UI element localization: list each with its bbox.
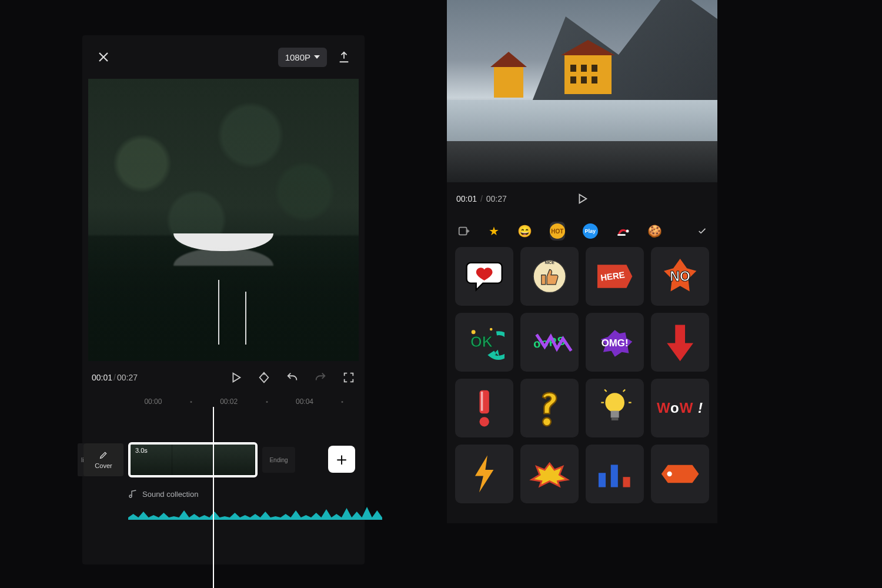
boat-mast [245,292,246,345]
time-current: 00:01 [92,373,112,382]
play-badge-icon[interactable]: Play [583,222,598,240]
svg-rect-18 [599,473,606,487]
clip-duration: 3.0s [135,447,148,454]
sticker-lightning[interactable] [455,445,513,503]
play-icon[interactable] [576,192,589,205]
svg-point-12 [479,417,489,426]
time-total: 00:27 [117,373,138,382]
confirm-check-icon[interactable] [697,223,707,239]
music-note-icon [128,489,138,499]
water-graphic [447,100,717,147]
svg-text:NO: NO [670,269,690,284]
add-clip-button[interactable]: ＋ [328,446,355,473]
timeline[interactable]: lip Cover 3.0s Ending ＋ Sound collection [88,419,359,564]
pencil-icon [99,450,108,460]
hot-icon[interactable]: HOT [550,222,565,240]
boat-mast [218,280,219,345]
sticker-lightbulb[interactable] [586,379,644,437]
sticker-category-row: ★ 😄 HOT Play 🍪 [447,215,717,247]
resolution-button[interactable]: 1080P [278,48,327,67]
timeline-ruler[interactable]: 00:00 00:02 00:04 [88,397,359,413]
time-current: 00:01 [456,194,477,203]
shore-graphic [447,141,717,182]
transport-bar: 00:01/00:27 [88,361,359,394]
svg-rect-16 [610,411,619,418]
fullscreen-icon[interactable] [342,371,355,384]
caret-down-icon [314,55,320,59]
sticker-wow[interactable]: WoW ! [651,379,709,437]
svg-rect-17 [612,417,619,420]
svg-point-1 [626,230,629,233]
cover-button[interactable]: Cover [83,443,123,476]
undo-icon[interactable] [286,371,299,384]
svg-text:OMG!: OMG! [602,338,629,349]
image-add-icon[interactable] [457,222,470,240]
sticker-pow[interactable] [520,445,579,503]
cookie-icon[interactable]: 🍪 [647,222,662,240]
sticker-exclaim-red[interactable] [455,379,513,437]
boat-reflection [173,248,273,266]
sticker-question-yellow[interactable] [520,379,579,437]
cover-label: Cover [95,462,112,469]
play-icon[interactable] [229,371,242,384]
keyframe-icon[interactable] [258,371,270,384]
export-icon[interactable] [338,51,350,64]
topbar-right: 1080P [278,48,350,67]
redo-icon[interactable] [314,371,327,384]
svg-point-14 [543,417,551,426]
emoji-icon[interactable]: 😄 [517,222,532,240]
star-icon[interactable]: ★ [488,222,500,240]
sticker-phone-right: 00:01 / 00:27 ★ 😄 HOT Play 🍪 NICE HERE [447,0,717,523]
sticker-oops[interactable]: ooPS [520,313,579,372]
svg-text:OK: OK [470,333,493,350]
resolution-label: 1080P [285,52,310,62]
house-graphic [564,53,612,94]
editor-phone-left: 1080P 00:01/00:27 00:00 00:02 00:04 lip [82,35,365,564]
sticker-nice-thumbs-up[interactable]: NICE [520,247,579,306]
svg-point-15 [605,393,624,412]
audio-waveform[interactable] [128,506,382,520]
ruler-tick: 00:04 [296,397,313,406]
sticker-ok[interactable]: OK [455,313,513,372]
svg-rect-2 [617,234,626,236]
transport-bar: 00:01 / 00:27 [447,182,717,215]
sticker-tag[interactable] [651,445,709,503]
time-readout: 00:01/00:27 [92,373,138,382]
sticker-grid: NICE HERE NO OK ooPS OMG! WoW [447,247,717,523]
time-total: 00:27 [486,194,507,203]
svg-point-8 [472,330,476,334]
house-graphic [494,65,523,98]
video-clip[interactable]: 3.0s [128,442,258,477]
svg-point-21 [667,472,671,476]
sticker-heart-bubble[interactable] [455,247,513,306]
sound-label: Sound collection [142,490,198,499]
sticker-bars[interactable] [586,445,644,503]
sticker-here[interactable]: HERE [586,247,644,306]
sticker-omg[interactable]: OMG! [586,313,644,372]
time-readout: 00:01 / 00:27 [456,194,507,203]
video-preview[interactable] [447,0,717,182]
sound-collection-button[interactable]: Sound collection [128,485,281,503]
santa-hat-icon[interactable] [616,222,630,240]
svg-rect-0 [459,228,467,235]
sticker-red-down-arrow[interactable] [651,313,709,372]
close-icon[interactable] [96,50,111,64]
svg-rect-20 [623,477,630,487]
svg-rect-19 [611,465,618,487]
ruler-tick: 00:00 [144,397,162,406]
ruler-tick: 00:02 [220,397,238,406]
editor-topbar: 1080P [82,35,365,79]
svg-text:NICE: NICE [544,260,554,265]
ending-clip[interactable]: Ending [262,447,295,473]
sticker-no[interactable]: NO [651,247,709,306]
video-preview[interactable] [88,79,359,361]
svg-rect-13 [481,392,483,411]
svg-point-9 [490,328,493,331]
